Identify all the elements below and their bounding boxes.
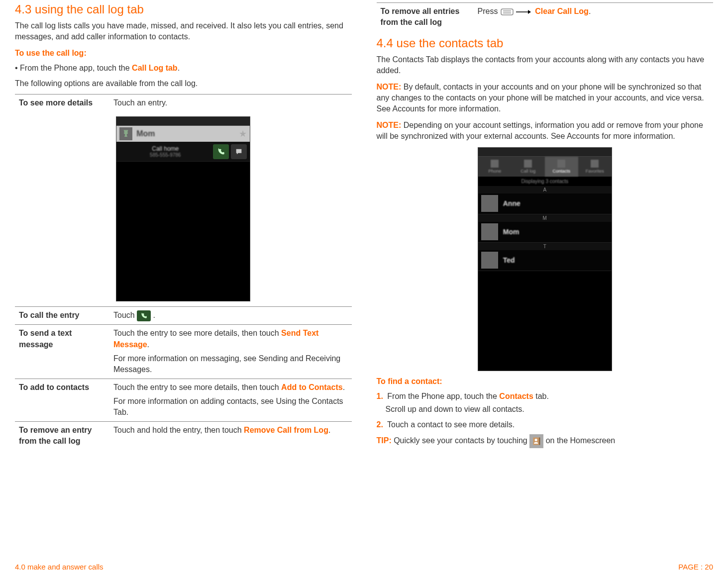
svg-rect-0 — [501, 9, 513, 15]
menu-icon — [500, 8, 514, 16]
tab-label: Phone — [488, 169, 501, 174]
remove-call-from-log-link: Remove Call from Log — [244, 426, 328, 434]
svg-point-7 — [535, 439, 537, 441]
section-title-4-4: 4.4 use the contacts tab — [377, 36, 714, 50]
table-row: To add to contacts Touch the entry to se… — [15, 379, 352, 421]
row-seemore-label: To see more details — [15, 94, 109, 111]
row-call-label: To call the entry — [15, 307, 109, 325]
howto-title: To use the call log: — [15, 48, 352, 59]
howto-bullet-suffix: . — [178, 64, 180, 72]
row-text-line2: For more information on messaging, see S… — [113, 353, 348, 376]
call-log-options-table-top: To see more details Touch an entry. — [15, 94, 352, 111]
message-button[interactable] — [231, 144, 247, 159]
contacts-tabrow: Phone Call log Contacts Favorites — [478, 157, 612, 177]
contacts-app-icon — [529, 434, 543, 448]
footer-page-number: PAGE : 20 — [678, 563, 713, 571]
add-to-contacts-link: Add to Contacts — [281, 383, 343, 391]
note1-text: By default, contacts in your accounts an… — [377, 83, 704, 113]
contacts-intro: The Contacts Tab displays the contacts f… — [377, 54, 714, 77]
call-log-screenshot: Mom ★ Call home 585-555-9786 — [15, 116, 352, 301]
contact-name: Mom — [503, 228, 520, 236]
note1-label: NOTE: — [377, 83, 402, 91]
tip-line: TIP: Quickly see your contacts by touchi… — [377, 434, 714, 448]
table-row: To see more details Touch an entry. — [15, 94, 352, 111]
row-remove-label: To remove an entry from the call log — [15, 421, 109, 450]
intro-text: The call log lists calls you have made, … — [15, 20, 352, 43]
row-text-line1b: . — [147, 340, 149, 349]
note-1: NOTE: By default, contacts in your accou… — [377, 82, 714, 115]
contacts-tab-icon — [557, 160, 565, 168]
table-row: To call the entry Touch . — [15, 307, 352, 325]
alpha-divider: T — [478, 243, 612, 250]
howto-bullet-prefix: • From the Phone app, touch the — [15, 64, 132, 72]
phone-number: 585-555-9786 — [119, 152, 211, 158]
row-remove-value: Touch and hold the entry, then touch Rem… — [109, 421, 352, 450]
alpha-divider: A — [478, 186, 612, 193]
call-icon — [137, 310, 151, 321]
tip-b: on the Homescreen — [543, 436, 615, 445]
row-removeall-a: Press — [478, 7, 500, 15]
row-add-line1a: Touch the entry to see more details, the… — [113, 383, 281, 391]
step-2: 2. Touch a contact to see more details. — [377, 419, 714, 430]
row-removeall-label: To remove all entries from the call log — [377, 3, 474, 31]
tab-phone[interactable]: Phone — [478, 157, 512, 177]
row-add-line1b: . — [343, 383, 345, 391]
step2-text: Touch a contact to see more details. — [387, 420, 515, 429]
contacts-tab-link: Contacts — [499, 392, 533, 400]
arrow-icon — [516, 6, 531, 17]
svg-marker-4 — [528, 10, 531, 14]
tab-label: Contacts — [552, 169, 570, 174]
list-item[interactable]: Ted — [478, 250, 612, 271]
table-row: To remove all entries from the call log … — [377, 3, 714, 31]
step1-sub: Scroll up and down to view all contacts. — [386, 404, 714, 415]
section-title-4-3: 4.3 using the call log tab — [15, 2, 352, 16]
screenshot-empty-area — [478, 271, 612, 371]
step-1: 1. From the Phone app, touch the Contact… — [377, 391, 714, 415]
row-call-suffix: . — [151, 311, 155, 319]
find-contact-steps: 1. From the Phone app, touch the Contact… — [377, 391, 714, 430]
contact-avatar-icon — [119, 127, 132, 140]
row-remove-line1b: . — [328, 426, 330, 434]
step1-b: tab. — [533, 392, 549, 400]
contact-avatar-icon — [481, 223, 498, 240]
alpha-divider: M — [478, 214, 612, 222]
contact-header: Mom ★ — [116, 126, 250, 142]
row-removeall-value: Press Clear Call Log. — [474, 3, 714, 31]
row-text-label: To send a text message — [15, 325, 109, 379]
calllog-tab-icon — [524, 160, 532, 168]
list-item[interactable]: Mom — [478, 222, 612, 243]
contact-name: Mom — [136, 129, 155, 138]
call-log-options-table-bottom: To call the entry Touch . To send a text… — [15, 306, 352, 450]
tab-favorites[interactable]: Favorites — [578, 157, 612, 177]
row-add-line2: For more information on adding contacts,… — [113, 396, 348, 418]
list-item[interactable]: Anne — [478, 193, 612, 214]
tip-a: Quickly see your contacts by touching — [392, 436, 529, 445]
options-intro: The following options are available from… — [15, 78, 352, 89]
note2-label: NOTE: — [377, 121, 402, 129]
tab-label: Call log — [520, 169, 535, 174]
note-2: NOTE: Depending on your account settings… — [377, 120, 714, 142]
footer-section-title: 4.0 make and answer calls — [15, 563, 104, 571]
note2-text: Depending on your account settings, info… — [377, 121, 703, 140]
page-footer: 4.0 make and answer calls PAGE : 20 — [15, 563, 713, 571]
contact-name: Ted — [503, 256, 515, 264]
tab-label: Favorites — [586, 169, 604, 174]
call-label: Call home — [119, 145, 211, 152]
contact-name: Anne — [503, 199, 520, 207]
favorites-tab-icon — [591, 160, 599, 168]
phone-statusbar — [116, 117, 250, 126]
row-text-line1a: Touch the entry to see more details, the… — [113, 329, 281, 337]
screenshot-empty-area — [116, 162, 250, 301]
row-remove-line1a: Touch and hold the entry, then touch — [113, 426, 244, 434]
call-button[interactable] — [213, 144, 229, 159]
call-log-tab-link: Call Log tab — [132, 64, 178, 72]
tip-label: TIP: — [377, 436, 392, 445]
call-log-entry: Call home 585-555-9786 — [116, 142, 250, 162]
phone-statusbar — [478, 148, 612, 157]
row-add-label: To add to contacts — [15, 379, 109, 421]
step1-a: From the Phone app, touch the — [387, 392, 499, 400]
tab-contacts[interactable]: Contacts — [545, 157, 578, 177]
row-seemore-value: Touch an entry. — [109, 94, 352, 111]
phone-tab-icon — [491, 160, 499, 168]
tab-call-log[interactable]: Call log — [512, 157, 545, 177]
